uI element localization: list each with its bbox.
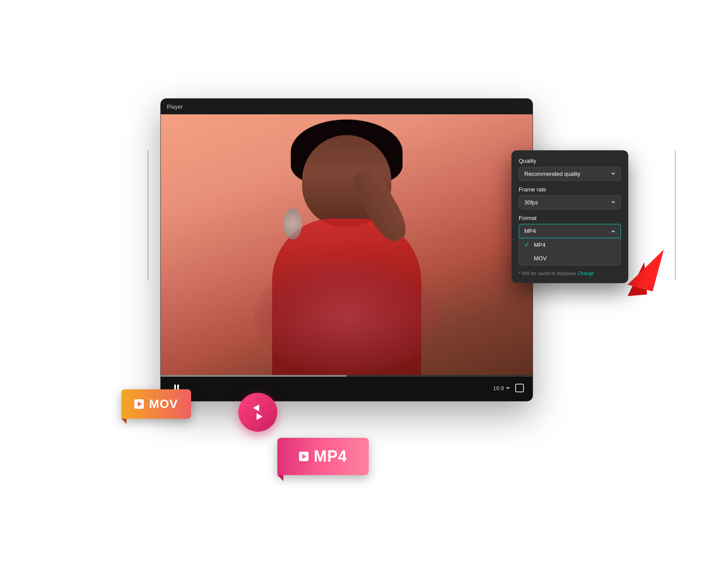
format-chevron-icon xyxy=(611,230,615,232)
player-title: Player xyxy=(167,103,183,110)
mp4-play-icon xyxy=(299,452,309,461)
aspect-ratio-button[interactable]: 16:9 xyxy=(493,385,510,391)
mp4-badge: MP4 xyxy=(277,438,369,475)
format-dropdown: ✓ MP4 MOV xyxy=(519,238,621,265)
quality-value: Recommended quality xyxy=(524,171,580,177)
aspect-ratio-label: 16:9 xyxy=(493,385,504,391)
arrow-right-icon xyxy=(257,413,263,420)
convert-icon xyxy=(238,393,277,432)
player-window: Player xyxy=(160,98,533,401)
quality-label: Quality xyxy=(519,158,621,164)
feather-boa xyxy=(254,258,440,375)
right-decoration-line xyxy=(675,150,676,280)
red-triangle-1 xyxy=(627,243,664,291)
format-label: Format xyxy=(519,215,621,221)
mov-option-label: MOV xyxy=(534,255,547,262)
frame-rate-label: Frame rate xyxy=(519,186,621,193)
player-controls: 16:9 xyxy=(161,375,533,401)
progress-bar[interactable] xyxy=(161,375,533,377)
mov-badge: MOV xyxy=(121,389,191,419)
mov-play-icon xyxy=(134,399,144,409)
frame-rate-chevron-icon xyxy=(611,201,615,204)
format-value: MP4 xyxy=(524,228,536,234)
controls-right: 16:9 xyxy=(493,384,524,392)
change-link[interactable]: Change xyxy=(577,271,594,276)
frame-rate-value: 30fps xyxy=(524,199,538,206)
fullscreen-button[interactable] xyxy=(515,384,524,392)
format-option-mp4[interactable]: ✓ MP4 xyxy=(519,238,621,252)
format-field: Format MP4 ✓ MP4 MOV xyxy=(519,215,621,265)
save-note: * Will be saved to Myspace Change xyxy=(519,271,621,276)
frame-rate-select[interactable]: 30fps xyxy=(519,195,621,210)
format-option-mov[interactable]: MOV xyxy=(519,252,621,265)
arrow-left-icon xyxy=(253,404,259,411)
mp4-option-label: MP4 xyxy=(534,242,546,248)
progress-fill xyxy=(161,375,347,377)
mov-label: MOV xyxy=(149,397,178,411)
format-select[interactable]: MP4 xyxy=(519,224,621,238)
aspect-ratio-chevron-icon xyxy=(506,387,510,389)
earring xyxy=(283,208,302,239)
mp4-checkmark-icon: ✓ xyxy=(524,242,530,248)
video-area xyxy=(161,114,533,375)
settings-panel: Quality Recommended quality Frame rate 3… xyxy=(511,150,628,283)
player-titlebar: Player xyxy=(161,99,533,114)
frame-rate-field: Frame rate 30fps xyxy=(519,186,621,210)
video-background xyxy=(161,114,533,375)
left-decoration-line xyxy=(147,150,149,280)
quality-chevron-icon xyxy=(611,173,615,175)
mp4-label: MP4 xyxy=(314,447,347,466)
save-note-text: * Will be saved to Myspace xyxy=(519,271,576,276)
quality-field: Quality Recommended quality xyxy=(519,158,621,181)
convert-arrows-icon xyxy=(255,404,261,420)
quality-select[interactable]: Recommended quality xyxy=(519,167,621,181)
